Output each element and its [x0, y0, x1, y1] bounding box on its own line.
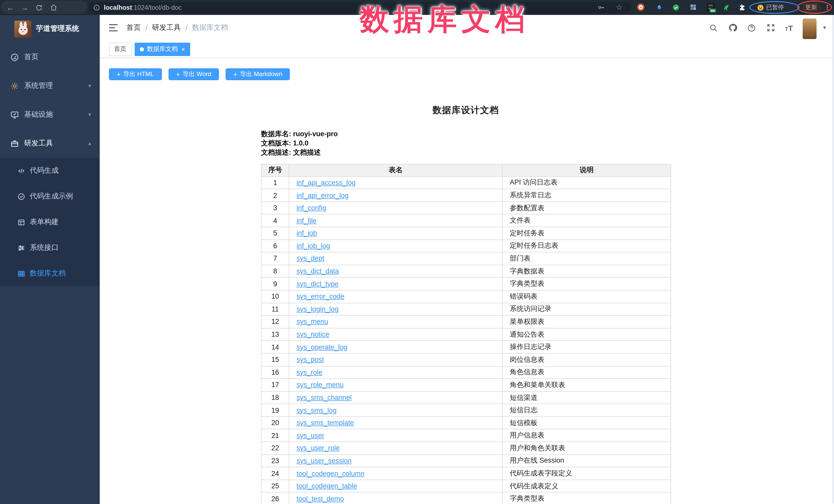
browser-forward-icon[interactable]: → [19, 0, 31, 15]
page: ← → localhost:1024/tool/db-doc ☆ on [0, 0, 834, 504]
table-row: 20sys_sms_template短信模板 [261, 417, 671, 429]
table-name-link[interactable]: sys_user [297, 432, 324, 439]
table-desc-cell: 代码生成表字段定义 [502, 467, 671, 480]
doc-title: 数据库设计文档 [261, 104, 671, 116]
table-row: 17sys_role_menu角色和菜单关联表 [261, 378, 671, 391]
form-icon [18, 218, 25, 226]
table-name-cell: inf_job [289, 227, 502, 240]
table-name-link[interactable]: sys_dept [297, 255, 324, 262]
table-name-cell: sys_sms_log [289, 404, 502, 417]
sidebar-item-devtools[interactable]: 研发工具 ▲ [0, 129, 99, 158]
table-desc-cell: 代码生成表定义 [502, 480, 671, 492]
main-panel: 首页 / 研发工具 / 数据库文档 [100, 15, 834, 504]
table-name-cell: tool_codegen_table [289, 480, 502, 492]
breadcrumb-devtools[interactable]: 研发工具 [152, 23, 181, 32]
extension-leaf-icon[interactable] [722, 3, 731, 12]
table-name-link[interactable]: sys_post [297, 356, 324, 364]
table-name-link[interactable]: inf_job [297, 229, 317, 237]
chevron-down-icon[interactable]: ▼ [822, 25, 827, 30]
table-name-link[interactable]: sys_sms_template [297, 419, 354, 426]
sidebar-item-system[interactable]: 系统管理 ▼ [0, 71, 99, 100]
extension-on-badge-icon[interactable]: on [706, 3, 715, 12]
table-name-link[interactable]: sys_operate_log [297, 343, 347, 351]
table-name-link[interactable]: tool_test_demo [297, 495, 344, 503]
table-name-link[interactable]: sys_error_code [297, 293, 344, 301]
browser-back-icon[interactable]: ← [4, 0, 17, 15]
table-name-link[interactable]: sys_user_session [297, 457, 352, 465]
table-row: 24tool_codegen_column代码生成表字段定义 [261, 467, 671, 480]
key-icon[interactable] [596, 3, 605, 12]
db-table-icon [18, 270, 25, 277]
table-name-link[interactable]: sys_user_role [297, 444, 340, 452]
row-index: 1 [261, 176, 289, 189]
table-name-link[interactable]: inf_file [297, 217, 316, 224]
sidebar-collapse-icon[interactable] [109, 24, 118, 31]
extension-shield-check-icon[interactable] [671, 3, 680, 12]
sidebar-item-system-api[interactable]: 系统接口 [0, 235, 99, 261]
browser-menu-icon[interactable]: ⋮ [823, 0, 831, 15]
table-name-cell: inf_api_access_log [289, 176, 502, 189]
address-bar[interactable]: localhost:1024/tool/db-doc [88, 2, 631, 13]
sidebar-item-codegen[interactable]: 代码生成 [0, 158, 99, 183]
table-row: 16sys_role角色信息表 [261, 366, 671, 378]
table-row: 8sys_dict_data字典数据表 [261, 265, 671, 278]
github-icon[interactable] [728, 23, 738, 32]
table-row: 22sys_user_role用户和角色关联表 [261, 442, 671, 454]
table-name-link[interactable]: sys_dict_data [297, 267, 339, 275]
browser-update-button[interactable]: 更新 [802, 2, 821, 13]
extension-paused-chip[interactable]: 已暂停 [753, 2, 788, 13]
site-info-icon[interactable] [93, 4, 100, 11]
plus-icon: + [233, 70, 237, 78]
fullscreen-icon[interactable] [766, 23, 775, 32]
table-name-link[interactable]: inf_job_log [297, 242, 330, 250]
table-name-link[interactable]: tool_codegen_table [297, 482, 357, 490]
export-word-button[interactable]: +导出 Word [168, 68, 219, 80]
app-shell: 芋道管理系统 首页 系统管理 ▼ 基础设施 ▼ [0, 15, 834, 504]
sidebar-item-form-builder[interactable]: 表单构建 [0, 209, 99, 235]
sidebar-item-label: 代码生成示例 [30, 192, 73, 201]
bookmark-star-icon[interactable]: ☆ [615, 3, 624, 12]
export-markdown-button[interactable]: +导出 Markdown [225, 68, 290, 80]
table-name-link[interactable]: sys_sms_channel [297, 394, 352, 401]
tag-db-doc[interactable]: 数据库文档 × [135, 42, 190, 56]
tag-label: 数据库文档 [147, 45, 178, 53]
help-icon[interactable] [747, 23, 756, 32]
avatar[interactable] [803, 19, 816, 39]
breadcrumb-separator: / [185, 24, 188, 32]
font-size-icon[interactable]: TT [785, 23, 793, 32]
search-icon[interactable] [709, 23, 718, 32]
table-name-link[interactable]: inf_api_access_log [297, 179, 356, 187]
table-name-link[interactable]: inf_api_error_log [297, 192, 349, 199]
browser-reload-icon[interactable] [33, 0, 45, 15]
sidebar-item-infra[interactable]: 基础设施 ▼ [0, 100, 99, 129]
table-name-link[interactable]: sys_role_menu [297, 381, 344, 389]
table-desc-cell: 短信渠道 [502, 391, 671, 404]
sidebar-item-codegen-demo[interactable]: 代码生成示例 [0, 183, 99, 209]
table-name-link[interactable]: sys_notice [297, 330, 329, 338]
tag-home[interactable]: 首页 [109, 42, 132, 56]
sidebar-item-label: 基础设施 [24, 110, 53, 119]
smiley-emoji-icon [757, 4, 764, 11]
active-dot-icon [140, 47, 144, 51]
browser-home-icon[interactable] [47, 0, 60, 15]
extension-pin-icon[interactable] [655, 3, 664, 12]
app-logo-row[interactable]: 芋道管理系统 [0, 15, 99, 43]
table-name-link[interactable]: sys_login_log [297, 305, 338, 313]
extension-grid-icon[interactable] [688, 3, 698, 12]
table-name-link[interactable]: sys_dict_type [297, 280, 338, 288]
table-name-link[interactable]: inf_config [297, 204, 326, 212]
extension-puzzle-icon[interactable] [737, 3, 746, 12]
vertical-scrollbar[interactable] [832, 15, 834, 504]
export-html-button[interactable]: +导出 HTML [109, 68, 161, 80]
breadcrumb-home[interactable]: 首页 [126, 23, 141, 32]
table-name-link[interactable]: sys_role [297, 369, 323, 376]
sidebar-item-home[interactable]: 首页 [0, 43, 99, 71]
sidebar-item-db-doc[interactable]: 数据库文档 [0, 261, 99, 286]
dashboard-icon [10, 53, 19, 61]
table-name-link[interactable]: sys_menu [297, 318, 328, 326]
table-name-link[interactable]: sys_sms_log [297, 406, 336, 414]
table-name-link[interactable]: tool_codegen_column [297, 469, 364, 477]
close-icon[interactable]: × [181, 46, 185, 52]
extension-orange-icon[interactable] [636, 3, 645, 12]
row-index: 7 [261, 252, 289, 265]
